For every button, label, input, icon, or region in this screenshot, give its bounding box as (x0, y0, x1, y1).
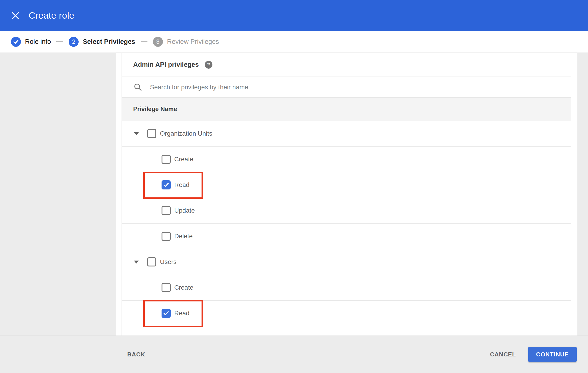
privilege-row-users: Users (122, 249, 571, 275)
privilege-row-users-read: Read (122, 300, 571, 326)
row-label: Delete (174, 233, 193, 240)
privilege-name-header: Privilege Name (133, 106, 177, 113)
privilege-row-ou-delete: Delete (122, 224, 571, 249)
checkbox-users-create[interactable] (162, 283, 171, 292)
search-row (122, 77, 571, 98)
collapse-arrow-icon[interactable] (134, 260, 139, 263)
create-role-dialog: Create role Role info 2 Select Privilege… (0, 0, 588, 373)
highlight-annotation (143, 300, 203, 327)
highlight-annotation (143, 172, 203, 199)
checkbox-users[interactable] (147, 257, 156, 267)
left-background-panel (0, 53, 116, 335)
partial-row (122, 326, 571, 336)
row-label: Organization Units (160, 130, 212, 137)
step-2-label: Select Privileges (83, 38, 135, 45)
privilege-row-ou-update: Update (122, 198, 571, 224)
step-role-info[interactable]: Role info (11, 37, 51, 47)
check-icon (163, 310, 169, 316)
row-label: Users (160, 258, 177, 266)
checkbox-users-read[interactable] (162, 309, 171, 318)
row-label: Update (174, 207, 195, 214)
right-background-strip (577, 53, 588, 335)
close-icon (11, 11, 20, 20)
footer-bar: BACK CANCEL CONTINUE (0, 335, 588, 373)
privilege-row-ou-create: Create (122, 146, 571, 172)
checkbox-ou-read[interactable] (162, 180, 171, 189)
privilege-row-ou-read: Read (122, 172, 571, 198)
checkbox-organization-units[interactable] (147, 129, 156, 138)
privileges-content: Admin API privileges ? Privilege Name (122, 53, 571, 335)
cancel-button[interactable]: CANCEL (490, 351, 516, 358)
step-1-circle (11, 37, 21, 47)
table-header-row: Privilege Name (122, 98, 571, 121)
privilege-row-users-create: Create (122, 275, 571, 300)
row-label: Read (174, 310, 189, 317)
check-icon (163, 182, 169, 188)
back-button[interactable]: BACK (127, 351, 145, 358)
privileges-panel: Admin API privileges ? Privilege Name (122, 53, 577, 335)
step-3-circle: 3 (153, 37, 163, 47)
stepper: Role info 2 Select Privileges 3 Review P… (0, 31, 588, 52)
search-icon (134, 83, 142, 92)
step-1-label: Role info (25, 38, 51, 45)
step-review-privileges: 3 Review Privileges (153, 37, 219, 47)
checkbox-ou-create[interactable] (162, 155, 171, 164)
panel-title: Admin API privileges (133, 61, 199, 68)
help-icon[interactable]: ? (205, 61, 212, 69)
checkbox-ou-delete[interactable] (162, 232, 171, 241)
close-button[interactable] (11, 11, 20, 20)
checkbox-ou-update[interactable] (162, 206, 171, 215)
dialog-title: Create role (29, 10, 74, 21)
row-label: Read (174, 181, 189, 188)
step-connector (141, 41, 147, 42)
step-select-privileges[interactable]: 2 Select Privileges (69, 37, 135, 47)
panel-heading-row: Admin API privileges ? (122, 53, 571, 77)
app-bar: Create role (0, 0, 588, 31)
search-input[interactable] (149, 83, 571, 91)
privilege-row-organization-units: Organization Units (122, 121, 571, 146)
row-label: Create (174, 284, 193, 291)
checkmark-icon (13, 39, 19, 45)
continue-button[interactable]: CONTINUE (528, 347, 577, 362)
step-connector (56, 41, 63, 42)
step-3-label: Review Privileges (167, 38, 219, 45)
main-area: Admin API privileges ? Privilege Name (0, 53, 588, 335)
collapse-arrow-icon[interactable] (134, 132, 139, 135)
step-2-circle: 2 (69, 37, 79, 47)
row-label: Create (174, 155, 193, 163)
